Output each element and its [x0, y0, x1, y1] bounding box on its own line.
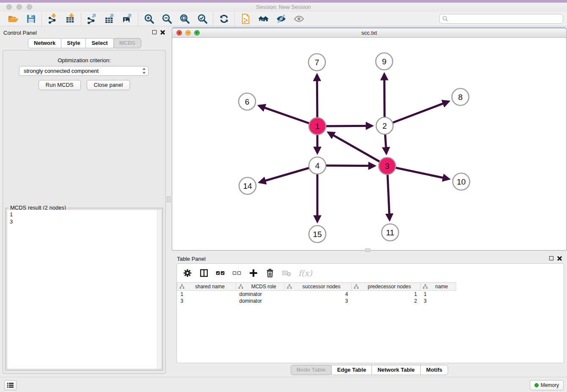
zoom-fit-button[interactable] [178, 13, 191, 25]
mcds-result-textarea[interactable]: 13 [7, 210, 162, 369]
export-to-web-button[interactable] [239, 13, 252, 25]
table-cell[interactable]: 2 [352, 298, 421, 304]
node-table-container: f(x) shared nameMCDS rolesuccessor nodes… [176, 263, 564, 363]
node-7[interactable]: 7 [308, 54, 325, 71]
table-tab-node-table[interactable]: Node Table [291, 365, 332, 375]
edge-3-10[interactable] [387, 166, 449, 179]
sort-tree-icon [238, 284, 243, 289]
hide-graphics-details-button[interactable] [274, 13, 288, 25]
edge-3-1[interactable] [328, 133, 387, 166]
open-session-button[interactable] [6, 13, 20, 25]
table-cell[interactable]: dominator [236, 291, 285, 298]
home-button[interactable] [256, 13, 270, 25]
show-graphics-details-button[interactable] [292, 13, 306, 25]
node-9[interactable]: 9 [376, 53, 393, 70]
column-header-successor-nodes[interactable]: successor nodes [285, 283, 352, 291]
node-3[interactable]: 3 [379, 157, 396, 174]
select-all-rows-button[interactable] [216, 268, 225, 278]
search-field[interactable] [439, 14, 563, 24]
column-header-predecessor-nodes[interactable]: predecessor nodes [352, 283, 421, 291]
toggle-columns-button[interactable] [199, 268, 209, 278]
edge-2-8[interactable] [385, 102, 449, 126]
application-window: Session: New Session Control Panel Netwo… [0, 0, 567, 392]
apply-preferred-layout-button[interactable] [217, 13, 231, 25]
node-14[interactable]: 14 [239, 177, 256, 194]
node-6[interactable]: 6 [239, 93, 256, 110]
export-table-button[interactable] [103, 13, 116, 25]
table-cell[interactable]: 1 [177, 291, 236, 298]
table-settings-gear-button[interactable] [183, 268, 192, 278]
node-1[interactable]: 1 [309, 118, 326, 135]
vertical-splitter-grip[interactable] [167, 196, 171, 202]
zoom-in-icon [144, 14, 154, 24]
table-row[interactable]: 1dominator411 [177, 291, 456, 298]
export-image-button[interactable] [121, 13, 134, 25]
export-network-button[interactable] [85, 13, 99, 25]
table-tab-network-table[interactable]: Network Table [372, 365, 421, 375]
control-panel-header: Control Panel [0, 26, 169, 38]
float-table-panel-icon[interactable] [549, 256, 553, 260]
add-column-button[interactable] [249, 268, 258, 278]
import-table-button[interactable] [63, 13, 77, 25]
node-15[interactable]: 15 [309, 226, 326, 243]
tab-style[interactable]: Style [61, 38, 86, 48]
select-all-rows-icon [216, 268, 225, 278]
toolbar-group [3, 13, 41, 25]
float-panel-icon[interactable] [152, 30, 157, 34]
search-input[interactable] [449, 15, 563, 23]
node-10[interactable]: 10 [453, 173, 470, 190]
deselect-all-rows-button[interactable] [232, 268, 242, 278]
column-header-shared-name[interactable]: shared name [177, 283, 236, 291]
table-row[interactable]: 3dominator323 [177, 298, 456, 304]
column-header-MCDS-role[interactable]: MCDS role [236, 283, 285, 291]
svg-text:4: 4 [315, 161, 320, 170]
zoom-selected-icon [197, 14, 208, 24]
network-view-window: x − + scc.txt 7968124314101511 [172, 28, 567, 251]
node-8[interactable]: 8 [452, 88, 469, 105]
memory-button[interactable]: Memory [530, 380, 564, 390]
close-panel-icon[interactable] [160, 30, 165, 34]
table-toolbar: f(x) [177, 264, 564, 282]
close-panel-button[interactable]: Close panel [87, 80, 130, 90]
node-11[interactable]: 11 [382, 224, 399, 241]
table-cell[interactable]: 1 [352, 291, 421, 298]
table-cell[interactable]: 3 [285, 298, 352, 304]
zoom-in-button[interactable] [142, 13, 156, 25]
table-tab-motifs[interactable]: Motifs [420, 365, 448, 375]
toolbar-group [235, 13, 309, 25]
delete-column-button[interactable] [265, 268, 275, 278]
table-cell[interactable]: dominator [236, 298, 285, 304]
close-table-panel-icon[interactable] [557, 256, 562, 260]
network-canvas[interactable]: 7968124314101511 [172, 38, 566, 250]
save-session-button[interactable] [24, 13, 38, 25]
table-cell[interactable]: 4 [285, 291, 352, 298]
table-cell[interactable]: 3 [421, 298, 456, 304]
zoom-fit-icon [179, 14, 190, 24]
node-2[interactable]: 2 [376, 117, 393, 134]
zoom-out-button[interactable] [160, 13, 173, 25]
search-icon [442, 16, 449, 22]
svg-text:8: 8 [458, 93, 463, 102]
export-table-icon [105, 14, 115, 24]
node-4[interactable]: 4 [309, 157, 326, 174]
network-window-title: scc.txt [172, 30, 566, 36]
table-cell[interactable]: 1 [421, 291, 456, 298]
network-graph[interactable]: 7968124314101511 [172, 38, 566, 250]
result-scrollbar[interactable] [157, 210, 161, 369]
column-header-name[interactable]: name [421, 283, 456, 291]
table-tab-edge-table[interactable]: Edge Table [331, 365, 372, 375]
import-network-button[interactable] [46, 13, 59, 25]
table-cell[interactable]: 3 [177, 298, 236, 304]
criterion-dropdown[interactable]: strongly connected component [19, 66, 149, 76]
show-panels-button[interactable] [4, 380, 17, 390]
tab-mcds[interactable]: MCDS [113, 38, 141, 48]
network-window-titlebar[interactable]: x − + scc.txt [172, 28, 566, 38]
tab-select[interactable]: Select [85, 38, 113, 48]
tab-network[interactable]: Network [28, 38, 61, 48]
horizontal-splitter-grip[interactable] [365, 248, 370, 252]
edge-1-6[interactable] [259, 106, 317, 126]
deselect-all-rows-icon [232, 268, 242, 278]
zoom-selected-button[interactable] [195, 13, 209, 25]
add-column-icon [249, 268, 258, 278]
run-mcds-button[interactable]: Run MCDS [39, 80, 81, 90]
